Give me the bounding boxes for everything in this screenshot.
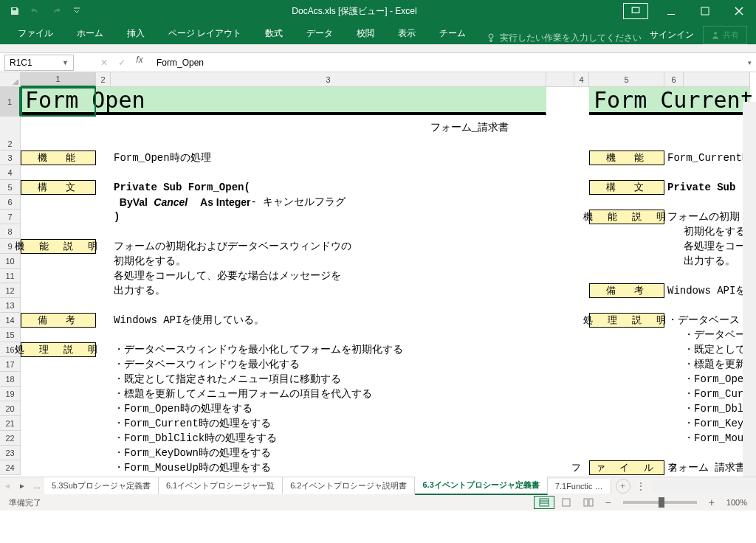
worksheet-grid[interactable]: 1 2 3 4 5 6 1 Form_Open Form_Current 2 フ… — [0, 72, 756, 477]
col-header[interactable]: 3 — [111, 72, 546, 87]
zoom-out-button[interactable]: − — [600, 497, 615, 508]
share-button[interactable]: 共有 — [703, 26, 747, 44]
col-header[interactable] — [546, 72, 574, 87]
ribbon-display-icon[interactable] — [623, 3, 648, 19]
minimize-button[interactable] — [654, 0, 688, 22]
view-normal-icon[interactable] — [534, 496, 554, 509]
sheet-tab[interactable]: 6.1イベントプロシージャー覧 — [159, 477, 283, 494]
label-syntax[interactable]: 構 文 — [21, 180, 96, 195]
svg-rect-2 — [701, 7, 709, 15]
row-header[interactable]: 23 — [0, 446, 21, 460]
section-title[interactable]: Form_Open — [21, 87, 546, 115]
row-header[interactable]: 1 — [0, 87, 21, 117]
row-header[interactable]: 7 — [0, 210, 21, 224]
label-desc[interactable]: 機 能 説 明 — [21, 239, 96, 254]
enter-formula-icon[interactable]: ✓ — [114, 55, 130, 71]
save-icon[interactable] — [6, 2, 24, 20]
row-header[interactable]: 8 — [0, 224, 21, 239]
redo-icon[interactable] — [47, 2, 65, 20]
sheet-tab[interactable]: 7.1Functic … — [548, 479, 611, 494]
tab-nav-prev-icon[interactable]: ► — [15, 479, 30, 494]
row-header[interactable]: 21 — [0, 416, 21, 431]
tab-data[interactable]: データ — [298, 23, 342, 44]
tab-review[interactable]: 校閲 — [348, 23, 383, 44]
label-process[interactable]: 処 理 説 明 — [21, 342, 96, 357]
sheet-tab[interactable]: 5.3Subプロシージャ定義書 — [44, 477, 159, 494]
svg-rect-0 — [632, 7, 639, 13]
sheet-tab[interactable]: 6.3イベントプロシージャ定義書 — [415, 477, 547, 495]
name-box[interactable]: R1C1 ▼ — [4, 55, 74, 71]
row-header[interactable]: 11 — [0, 269, 21, 283]
label-feature[interactable]: 機 能 — [589, 151, 664, 165]
tab-overflow-icon[interactable]: ⋮ — [636, 481, 646, 491]
col-header[interactable]: 6 — [664, 72, 684, 87]
col-header[interactable]: 1 — [21, 72, 96, 87]
maximize-button[interactable] — [688, 0, 722, 22]
label-process[interactable]: 処 理 説 明 — [589, 313, 664, 328]
tell-me-search[interactable]: 実行したい作業を入力してください — [487, 32, 642, 44]
signin-link[interactable]: サインイン — [650, 29, 694, 41]
label-feature[interactable]: 機 能 — [21, 151, 96, 165]
row-header[interactable]: 15 — [0, 328, 21, 342]
zoom-in-button[interactable]: + — [704, 497, 719, 508]
feature-text[interactable]: Form_Open時の処理 — [111, 151, 546, 165]
svg-rect-5 — [540, 499, 549, 506]
row-header[interactable]: 18 — [0, 372, 21, 387]
row-header[interactable]: 5 — [0, 180, 21, 195]
formula-bar: R1C1 ▼ ✕ ✓ fx ▾ — [0, 53, 756, 72]
row-header[interactable]: 14 — [0, 313, 21, 328]
select-all-corner[interactable] — [0, 72, 21, 87]
tab-insert[interactable]: 挿入 — [118, 23, 154, 44]
cancel-formula-icon[interactable]: ✕ — [96, 55, 112, 71]
close-button[interactable] — [722, 0, 756, 22]
row-header[interactable]: 13 — [0, 298, 21, 313]
row-header[interactable]: 17 — [0, 357, 21, 372]
tab-formulas[interactable]: 数式 — [256, 23, 292, 44]
row-header[interactable]: 24 — [0, 460, 21, 475]
tab-view[interactable]: 表示 — [389, 23, 425, 44]
row-header[interactable]: 12 — [0, 283, 21, 298]
tab-pagelayout[interactable]: ページ レイアウト — [159, 23, 250, 44]
row-header[interactable]: 6 — [0, 195, 21, 210]
tab-team[interactable]: チーム — [430, 23, 475, 44]
window-title: DocAcs.xls [保護ビュー] - Excel — [86, 5, 623, 18]
name-box-dropdown-icon[interactable]: ▼ — [62, 59, 69, 66]
tab-file[interactable]: ファイル — [9, 23, 62, 44]
row-header[interactable]: 2 — [7, 117, 12, 150]
view-page-break-icon[interactable] — [578, 496, 599, 509]
zoom-level[interactable]: 100% — [726, 498, 747, 507]
tab-nav-first-icon[interactable]: ◄ — [0, 479, 15, 494]
row-header[interactable]: 3 — [0, 151, 21, 165]
view-page-layout-icon[interactable] — [556, 496, 577, 509]
formula-input[interactable] — [151, 55, 743, 71]
row-header[interactable]: 4 — [0, 165, 21, 180]
tab-home[interactable]: ホーム — [68, 23, 112, 44]
tell-me-placeholder: 実行したい作業を入力してください — [500, 32, 642, 44]
section-title[interactable]: Form_Current — [589, 87, 750, 115]
col-header[interactable] — [684, 72, 750, 87]
vertical-scrollbar[interactable] — [743, 102, 756, 477]
undo-icon[interactable] — [27, 2, 44, 20]
label-desc[interactable]: 機 能 説 明 — [589, 210, 664, 224]
tab-nav-more[interactable]: … — [30, 479, 44, 494]
zoom-slider[interactable] — [623, 501, 697, 504]
label-remarks[interactable]: 備 考 — [21, 313, 96, 328]
row-header[interactable]: 19 — [0, 387, 21, 401]
add-sheet-button[interactable]: + — [616, 479, 630, 494]
row-header[interactable]: 22 — [0, 431, 21, 446]
label-remarks[interactable]: 備 考 — [589, 283, 664, 298]
label-syntax[interactable]: 構 文 — [589, 180, 664, 195]
subtitle[interactable]: フォーム_請求書 — [111, 117, 546, 151]
horizontal-scrollbar[interactable] — [652, 481, 756, 491]
sheet-tab[interactable]: 6.2イベントプロシージャ説明書 — [283, 477, 415, 494]
label-filename[interactable]: フ ァ イ ル 名 — [589, 460, 664, 475]
col-header[interactable]: 2 — [96, 72, 111, 87]
fx-icon[interactable]: fx — [131, 55, 148, 71]
qat-dropdown-icon[interactable] — [68, 2, 86, 20]
row-header[interactable]: 20 — [0, 401, 21, 416]
svg-rect-9 — [584, 499, 588, 506]
row-header[interactable]: 10 — [0, 254, 21, 269]
col-header[interactable]: 4 — [574, 72, 589, 87]
formula-expand-icon[interactable]: ▾ — [743, 59, 756, 66]
col-header[interactable]: 5 — [589, 72, 664, 87]
